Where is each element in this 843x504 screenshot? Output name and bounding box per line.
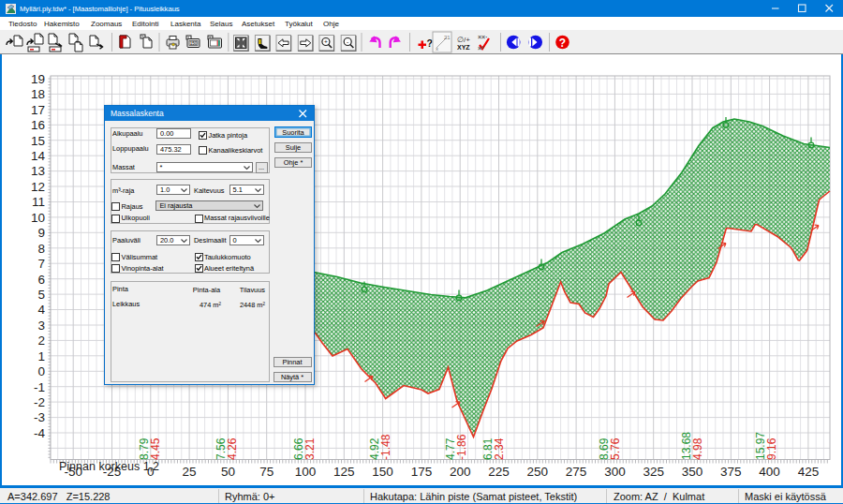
svg-text:0: 0 (37, 364, 45, 378)
svg-text:-2: -2 (34, 395, 45, 409)
svg-text:300: 300 (604, 465, 626, 479)
svg-text:7: 7 (37, 257, 45, 271)
svg-text:275: 275 (566, 465, 587, 479)
svg-text:100: 100 (295, 465, 317, 479)
svg-text:9.16: 9.16 (765, 437, 778, 460)
svg-text:375: 375 (720, 465, 742, 479)
svg-text:6: 6 (37, 273, 45, 287)
svg-text:+: + (324, 38, 328, 45)
svg-text:4: 4 (37, 303, 45, 317)
svg-text:13: 13 (31, 164, 45, 178)
svg-text:5: 5 (37, 288, 45, 302)
svg-text:3.21: 3.21 (303, 437, 317, 460)
svg-text:10: 10 (31, 211, 45, 225)
svg-text:2.34: 2.34 (493, 437, 506, 460)
svg-text:350: 350 (682, 465, 703, 479)
svg-text:12: 12 (31, 180, 45, 194)
svg-text:225: 225 (488, 465, 510, 479)
svg-text:-1.48: -1.48 (379, 434, 392, 460)
svg-text:?: ? (427, 37, 433, 49)
svg-text:-3: -3 (34, 410, 45, 424)
svg-text:150: 150 (372, 465, 393, 479)
svg-text:-1: -1 (34, 380, 45, 394)
svg-text:-1.86: -1.86 (455, 434, 468, 460)
svg-text:425: 425 (798, 465, 820, 479)
svg-text:15: 15 (31, 134, 45, 148)
svg-text:××·: ××· (478, 34, 488, 40)
svg-text:5.76: 5.76 (609, 437, 622, 460)
svg-text:50: 50 (221, 465, 235, 479)
svg-text:∅/+: ∅/+ (457, 36, 470, 44)
svg-text:400: 400 (759, 465, 780, 479)
svg-text:9: 9 (37, 226, 45, 240)
svg-text:2: 2 (37, 334, 45, 348)
svg-text:21: 21 (444, 35, 451, 40)
svg-text:XYZ: XYZ (457, 44, 470, 51)
svg-text:150: 150 (190, 41, 198, 46)
svg-text:4.98: 4.98 (691, 437, 704, 460)
svg-text:-: - (347, 38, 348, 45)
svg-text:14: 14 (31, 149, 46, 163)
svg-text:17: 17 (31, 103, 45, 117)
svg-text:3: 3 (37, 319, 45, 333)
svg-text:19: 19 (31, 72, 45, 86)
svg-text:-4: -4 (34, 426, 45, 440)
svg-text:?: ? (559, 37, 566, 50)
svg-text:175: 175 (411, 465, 433, 479)
svg-text:4.26: 4.26 (226, 437, 239, 460)
svg-text:Pinnan korkeus 1,2: Pinnan korkeus 1,2 (59, 460, 159, 473)
svg-text:8: 8 (37, 242, 45, 256)
svg-text:1: 1 (37, 349, 45, 363)
svg-text:4.45: 4.45 (149, 437, 162, 460)
svg-text:25: 25 (183, 465, 197, 479)
svg-text:16: 16 (31, 118, 45, 132)
svg-text:325: 325 (643, 465, 664, 479)
svg-text:18: 18 (31, 87, 45, 101)
svg-text:200: 200 (450, 465, 471, 479)
svg-text:75: 75 (259, 465, 274, 479)
svg-text:x: x (436, 46, 438, 52)
svg-text:250: 250 (527, 465, 549, 479)
svg-text:125: 125 (333, 465, 355, 479)
svg-text:×²: ×² (478, 45, 484, 52)
svg-text:11: 11 (32, 195, 45, 209)
